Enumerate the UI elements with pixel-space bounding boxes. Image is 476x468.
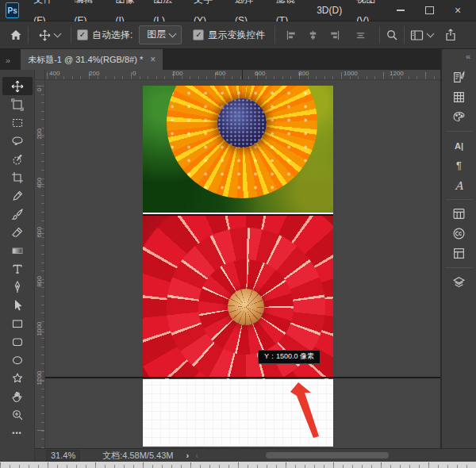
ruler-label: 200 — [89, 70, 99, 77]
ruler-origin-corner[interactable] — [35, 70, 45, 80]
ruler-label: 1000 — [344, 70, 358, 77]
distribute-icon — [355, 29, 367, 41]
ruler-label: 400 — [36, 182, 43, 189]
align-right-icon — [328, 29, 340, 41]
properties-panel-icon[interactable] — [446, 244, 473, 263]
share-icon[interactable] — [444, 29, 457, 41]
libraries-panel-icon[interactable] — [446, 204, 473, 224]
align-center-horizontal-icon — [307, 29, 319, 41]
maximize-icon[interactable] — [419, 3, 440, 17]
ruler-label: 1200 — [36, 379, 43, 386]
workspace-icon[interactable] — [410, 29, 424, 41]
ellipse-tool[interactable] — [2, 351, 33, 369]
layers-panel-icon[interactable] — [446, 272, 473, 292]
ruler-label: 200 — [172, 70, 182, 77]
lasso-tool[interactable] — [2, 132, 33, 150]
zoom-tool[interactable] — [2, 405, 33, 424]
align-left-icon — [286, 29, 298, 41]
creative-cloud-icon[interactable] — [446, 224, 473, 244]
color-panel-icon[interactable] — [446, 107, 473, 127]
menu-bar: Ps 文件(F) 编辑(E) 图像(I) 图层(L) 文字(Y) 选择(S) 滤… — [0, 0, 476, 21]
horizontal-scrollbar-thumb[interactable] — [266, 452, 389, 458]
vertical-ruler[interactable]: 0 200 400 600 800 1000 1200 — [35, 80, 45, 448]
close-icon[interactable]: × — [447, 3, 468, 17]
ruler-label: 1000 — [36, 330, 43, 336]
document-tab[interactable]: 未标题-1 @ 31.4%(RGB/8#) * × — [21, 49, 163, 70]
ruler-label: 400 — [215, 70, 225, 77]
status-bar: 31.4% 文档:4.58M/5.43M › ‹ — [35, 448, 476, 462]
minimize-icon[interactable] — [390, 3, 411, 17]
pen-tool[interactable] — [2, 278, 33, 296]
options-bar: ✓ 自动选择: 图层 ✓ 显示变换控件 — [0, 21, 476, 49]
quick-selection-tool[interactable] — [2, 150, 33, 168]
menu-3d[interactable]: 3D(D) — [309, 0, 349, 21]
marquee-tool[interactable] — [2, 113, 33, 132]
search-icon[interactable] — [386, 29, 398, 41]
red-arrow-annotation — [290, 382, 325, 439]
hand-tool[interactable] — [2, 387, 33, 405]
glyphs-panel-icon[interactable]: A — [446, 175, 473, 195]
character-panel-icon[interactable]: A| — [446, 136, 473, 155]
tools-panel: ••• — [0, 70, 35, 462]
home-icon[interactable] — [10, 29, 22, 41]
ruler-label: 600 — [255, 70, 265, 77]
frame-tool[interactable] — [2, 95, 33, 113]
document-tab-title: 未标题-1 @ 31.4%(RGB/8#) * — [28, 54, 143, 66]
rectangle-tool[interactable] — [2, 314, 33, 332]
ruler-label: 600 — [36, 232, 43, 238]
custom-shape-tool[interactable] — [2, 369, 33, 387]
chevron-down-icon[interactable] — [427, 30, 435, 38]
photoshop-window: Ps 文件(F) 编辑(E) 图像(I) 图层(L) 文字(Y) 选择(S) 滤… — [0, 0, 476, 468]
swatches-panel-icon[interactable] — [446, 87, 473, 107]
chevron-down-icon[interactable] — [54, 30, 62, 38]
zoom-level-field[interactable]: 31.4% — [46, 450, 80, 462]
ruler-label: 800 — [36, 281, 43, 287]
document-size-info: 文档:4.58M/5.43M — [102, 450, 173, 462]
history-panel-icon[interactable] — [446, 67, 473, 87]
status-arrow-left-icon: ‹ — [195, 451, 198, 460]
sunflower-photo — [143, 86, 333, 213]
horizontal-ruler[interactable]: 400 200 0 200 400 600 800 1000 1200 — [45, 70, 440, 80]
window-controls: × — [390, 3, 476, 17]
ruler-label: 1200 — [390, 70, 404, 77]
expand-panels-chevrons-icon[interactable]: « — [466, 52, 470, 61]
canvas-viewport[interactable]: Y：1500.0 像素 — [45, 80, 440, 448]
path-selection-tool[interactable] — [2, 296, 33, 314]
move-tool[interactable] — [2, 77, 33, 95]
ruler-label: 800 — [298, 70, 309, 77]
auto-select-target-value: 图层 — [147, 28, 166, 41]
ruler-label: 0 — [36, 86, 43, 92]
show-transform-label: 显示变换控件 — [208, 29, 265, 42]
right-panel-dock: « A| ¶ A — [440, 49, 476, 448]
tab-close-icon[interactable]: × — [150, 54, 155, 65]
status-popup-arrow-icon[interactable]: › — [186, 451, 189, 460]
canvas-area: 400 200 0 200 400 600 800 1000 1200 0 20… — [35, 70, 440, 448]
move-tool-icon[interactable] — [39, 29, 51, 41]
ruler-label: 0 — [132, 70, 136, 77]
more-tools-button[interactable]: ••• — [2, 424, 33, 442]
paragraph-panel-icon[interactable]: ¶ — [446, 155, 473, 175]
auto-select-checkbox[interactable]: ✓ — [77, 29, 88, 40]
tab-bar: » 未标题-1 @ 31.4%(RGB/8#) * × — [0, 49, 440, 70]
eraser-tool[interactable] — [2, 223, 33, 241]
crop-tool[interactable] — [2, 168, 33, 186]
ruler-label: 400 — [49, 70, 60, 77]
auto-select-label: 自动选择: — [92, 29, 132, 42]
ruler-label: 200 — [36, 133, 43, 140]
ruler-cursor-marker — [242, 70, 243, 80]
tab-overflow-chevrons-icon[interactable]: » — [6, 56, 10, 65]
sunflower-center — [217, 98, 267, 148]
type-tool[interactable] — [2, 259, 33, 278]
gradient-tool[interactable] — [2, 241, 33, 259]
rounded-rectangle-tool[interactable] — [2, 332, 33, 351]
show-transform-checkbox[interactable]: ✓ — [193, 29, 204, 40]
brush-tool[interactable] — [2, 205, 33, 223]
eyedropper-tool[interactable] — [2, 186, 33, 205]
auto-select-target-dropdown[interactable]: 图层 — [139, 25, 182, 44]
chevron-down-icon — [169, 29, 177, 37]
dahlia-center — [228, 289, 264, 325]
guide-position-tooltip: Y：1500.0 像素 — [258, 350, 321, 364]
background-page-ruler-strip — [0, 462, 476, 468]
horizontal-guide[interactable] — [45, 377, 440, 378]
photoshop-logo-icon: Ps — [6, 2, 19, 18]
